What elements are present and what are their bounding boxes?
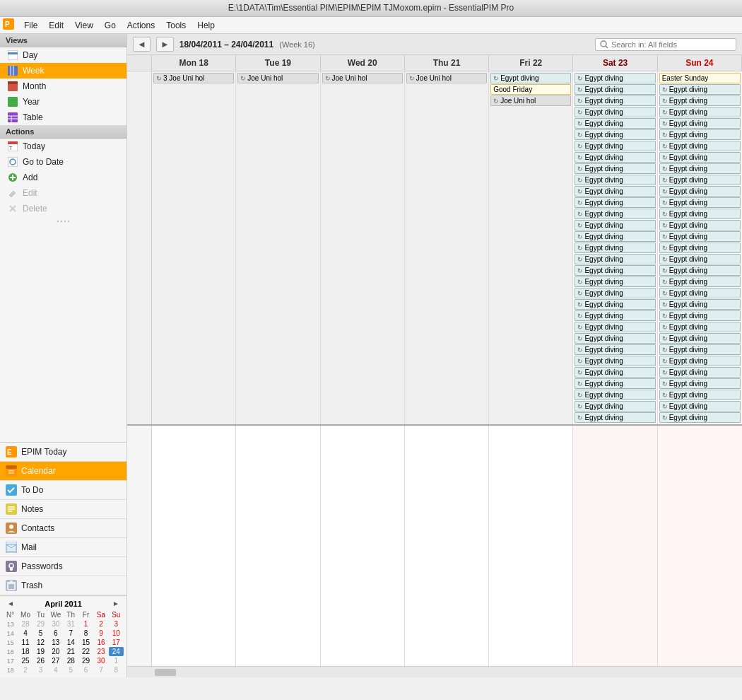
- menu-help[interactable]: Help: [192, 18, 220, 33]
- nav-passwords[interactable]: Passwords: [0, 557, 126, 576]
- menu-go[interactable]: Go: [99, 18, 122, 33]
- mini-cal-day[interactable]: 13: [48, 638, 63, 647]
- nav-mail[interactable]: Mail: [0, 538, 126, 557]
- search-input[interactable]: [611, 40, 724, 49]
- mini-cal-day[interactable]: 24: [109, 647, 124, 656]
- event-sun-9[interactable]: ↻Egypt diving: [659, 175, 741, 185]
- event-sun-4[interactable]: ↻Egypt diving: [659, 118, 741, 129]
- event-egypt-fri[interactable]: ↻ Egypt diving: [490, 73, 571, 83]
- event-egypt-sat-8[interactable]: ↻Egypt diving: [575, 163, 655, 174]
- event-egypt-sat-18[interactable]: ↻Egypt diving: [575, 276, 655, 287]
- sidebar-item-year[interactable]: Year: [0, 94, 126, 110]
- sidebar-item-table[interactable]: Table: [0, 110, 126, 125]
- event-egypt-sat-5[interactable]: ↻Egypt diving: [575, 129, 655, 140]
- event-sun-13[interactable]: ↻Egypt diving: [659, 220, 741, 231]
- mini-cal-day[interactable]: 29: [33, 619, 48, 629]
- mini-cal-day[interactable]: 6: [78, 665, 93, 675]
- event-joe-tue[interactable]: ↻ Joe Uni hol: [237, 73, 318, 83]
- mini-cal-day[interactable]: 27: [48, 656, 63, 665]
- prev-week-button[interactable]: ◄: [133, 37, 151, 52]
- event-egypt-sat-12[interactable]: ↻Egypt diving: [575, 209, 655, 219]
- mini-cal-day[interactable]: 20: [48, 647, 63, 656]
- mini-cal-day[interactable]: 23: [93, 647, 108, 656]
- mini-cal-day[interactable]: 2: [93, 619, 108, 629]
- mini-cal-day[interactable]: 2: [18, 665, 33, 675]
- event-egypt-sat-25[interactable]: ↻Egypt diving: [575, 356, 655, 366]
- event-egypt-sat-9[interactable]: ↻Egypt diving: [575, 175, 655, 185]
- mini-cal-day[interactable]: 4: [48, 665, 63, 675]
- mini-cal-day[interactable]: 1: [78, 619, 93, 629]
- menu-view[interactable]: View: [69, 18, 99, 33]
- nav-calendar[interactable]: Calendar: [0, 462, 126, 481]
- sidebar-item-day[interactable]: Day: [0, 47, 126, 63]
- mini-cal-day[interactable]: 17: [109, 638, 124, 647]
- mini-cal-day[interactable]: 1: [109, 656, 124, 665]
- menu-file[interactable]: File: [18, 18, 43, 33]
- event-sun-29[interactable]: ↻Egypt diving: [659, 401, 741, 412]
- mini-cal-day[interactable]: 5: [33, 629, 48, 638]
- event-egypt-sat-14[interactable]: ↻Egypt diving: [575, 231, 655, 242]
- event-egypt-sat-10[interactable]: ↻Egypt diving: [575, 186, 655, 197]
- mini-cal-next[interactable]: ►: [110, 599, 122, 608]
- nav-contacts[interactable]: Contacts: [0, 519, 126, 538]
- event-joe-fri[interactable]: ↻ Joe Uni hol: [490, 95, 571, 106]
- mini-cal-day[interactable]: 26: [33, 656, 48, 665]
- event-sun-26[interactable]: ↻Egypt diving: [659, 367, 741, 378]
- sidebar-item-today[interactable]: T Today: [0, 139, 126, 154]
- mini-cal-day[interactable]: 25: [18, 656, 33, 665]
- event-egypt-sat-24[interactable]: ↻Egypt diving: [575, 344, 655, 355]
- mini-cal-day[interactable]: 22: [78, 647, 93, 656]
- event-sun-7[interactable]: ↻Egypt diving: [659, 152, 741, 163]
- event-egypt-sat-0[interactable]: ↻Egypt diving: [575, 73, 655, 83]
- mini-cal-day[interactable]: 7: [93, 665, 108, 675]
- event-sun-25[interactable]: ↻Egypt diving: [659, 356, 741, 366]
- day-header-tue[interactable]: Tue 19: [236, 55, 320, 71]
- day-header-mon[interactable]: Mon 18: [152, 55, 236, 71]
- day-header-sun[interactable]: Sun 24: [658, 55, 742, 71]
- event-egypt-sat-1[interactable]: ↻Egypt diving: [575, 84, 655, 95]
- event-sun-11[interactable]: ↻Egypt diving: [659, 197, 741, 208]
- event-egypt-sat-2[interactable]: ↻Egypt diving: [575, 95, 655, 106]
- sidebar-item-add[interactable]: Add: [0, 170, 126, 185]
- mini-cal-day[interactable]: 8: [109, 665, 124, 675]
- event-egypt-sat-23[interactable]: ↻Egypt diving: [575, 333, 655, 344]
- event-sun-15[interactable]: ↻Egypt diving: [659, 243, 741, 253]
- day-header-fri[interactable]: Fri 22: [489, 55, 573, 71]
- event-sun-22[interactable]: ↻Egypt diving: [659, 322, 741, 332]
- event-sun-6[interactable]: ↻Egypt diving: [659, 141, 741, 151]
- mini-cal-day[interactable]: 3: [33, 665, 48, 675]
- day-header-wed[interactable]: Wed 20: [321, 55, 405, 71]
- mini-cal-prev[interactable]: ◄: [4, 599, 17, 608]
- event-sun-12[interactable]: ↻Egypt diving: [659, 209, 741, 219]
- event-sun-27[interactable]: ↻Egypt diving: [659, 378, 741, 389]
- next-week-button[interactable]: ►: [156, 37, 174, 52]
- event-egypt-sat-19[interactable]: ↻Egypt diving: [575, 288, 655, 298]
- event-egypt-sat-26[interactable]: ↻Egypt diving: [575, 367, 655, 378]
- event-egypt-sat-29[interactable]: ↻Egypt diving: [575, 401, 655, 412]
- event-sun-18[interactable]: ↻Egypt diving: [659, 276, 741, 287]
- event-sun-14[interactable]: ↻Egypt diving: [659, 231, 741, 242]
- mini-cal-day[interactable]: 9: [93, 629, 108, 638]
- event-sun-20[interactable]: ↻Egypt diving: [659, 299, 741, 310]
- event-egypt-sat-27[interactable]: ↻Egypt diving: [575, 378, 655, 389]
- nav-epim-today[interactable]: E EPIM Today: [0, 443, 126, 462]
- sidebar-item-week[interactable]: Week: [0, 63, 126, 78]
- event-egypt-sat-22[interactable]: ↻Egypt diving: [575, 322, 655, 332]
- event-egypt-sat-30[interactable]: ↻Egypt diving: [575, 412, 655, 423]
- event-egypt-sat-17[interactable]: ↻Egypt diving: [575, 265, 655, 276]
- mini-cal-day[interactable]: 12: [33, 638, 48, 647]
- menu-actions[interactable]: Actions: [122, 18, 160, 33]
- event-joe-thu[interactable]: ↻ Joe Uni hol: [406, 73, 487, 83]
- sidebar-item-month[interactable]: Month: [0, 78, 126, 94]
- mini-cal-day[interactable]: 4: [18, 629, 33, 638]
- event-egypt-sat-7[interactable]: ↻Egypt diving: [575, 152, 655, 163]
- mini-cal-day[interactable]: 16: [93, 638, 108, 647]
- mini-cal-day[interactable]: 5: [64, 665, 78, 675]
- mini-cal-day[interactable]: 3: [109, 619, 124, 629]
- event-egypt-sat-28[interactable]: ↻Egypt diving: [575, 390, 655, 400]
- mini-cal-day[interactable]: 18: [18, 647, 33, 656]
- event-egypt-sat-4[interactable]: ↻Egypt diving: [575, 118, 655, 129]
- nav-trash[interactable]: Trash: [0, 576, 126, 595]
- mini-cal-day[interactable]: 14: [64, 638, 78, 647]
- event-sun-3[interactable]: ↻Egypt diving: [659, 107, 741, 117]
